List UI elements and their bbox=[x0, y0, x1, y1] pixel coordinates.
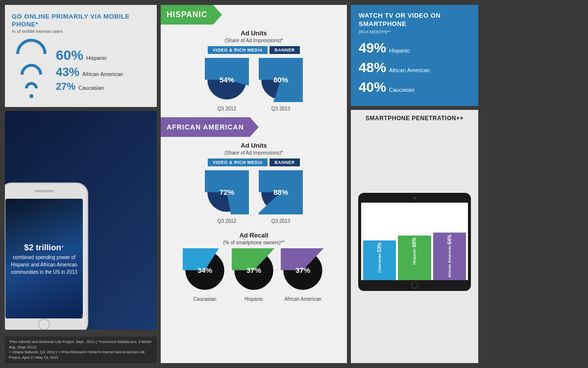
go-online-title: GO ONLINE PRIMARILY VIA MOBILE PHONE* bbox=[12, 13, 150, 28]
svg-text:72%: 72% bbox=[220, 188, 234, 196]
smartphone-pen-box: SMARTPHONE PENETRATION++ 53% Caucasian bbox=[351, 110, 478, 363]
recall-pie-caucasian: 34% Caucasian bbox=[183, 248, 227, 302]
main-container: GO ONLINE PRIMARILY VIA MOBILE PHONE* % … bbox=[0, 0, 588, 368]
recall-pie-hispanic: 37% Hispanic bbox=[232, 248, 276, 302]
stat-row-african: 43% African American bbox=[56, 65, 123, 79]
bar-hispanic: 60% Hispanic bbox=[398, 206, 431, 280]
african-pie-2012: 72% Q3 2012 bbox=[205, 170, 249, 224]
svg-text:88%: 88% bbox=[273, 188, 288, 196]
african-pie-2013-label: Q3 2013 bbox=[271, 218, 290, 224]
tablet-wrapper: 53% Caucasian 60% Hispanic bbox=[356, 126, 473, 358]
svg-text:37%: 37% bbox=[295, 266, 310, 274]
tv-label-hispanic: Hispanic bbox=[389, 48, 410, 53]
go-online-subtitle: % of mobile internet users bbox=[12, 29, 150, 34]
hispanic-ad-units-title: Ad Units bbox=[166, 29, 342, 37]
african-section: Ad Units (Share of Ad Impressions)* VIDE… bbox=[161, 137, 347, 229]
hispanic-pie-2013: 80% Q3 2013 bbox=[259, 58, 303, 111]
watch-tv-box: WATCH TV OR VIDEO ON SMARTPHONE (IN A MO… bbox=[351, 5, 478, 106]
bar-african-name: African American bbox=[447, 245, 452, 278]
hispanic-pie-2013-svg: 80% bbox=[259, 58, 303, 102]
caucasian-pct: 27% bbox=[56, 81, 75, 92]
watch-tv-sub: (IN A MONTH)** bbox=[359, 29, 470, 34]
recall-pie-hispanic-svg: 37% bbox=[232, 248, 276, 292]
recall-pie-african-svg: 37% bbox=[281, 248, 325, 292]
footnotes-left: *Pew Internet and American Life Project,… bbox=[5, 337, 157, 363]
hispanic-ad-units-subtitle: (Share of Ad Impressions)* bbox=[166, 38, 342, 43]
hispanic-pct: 60% bbox=[56, 48, 83, 63]
hispanic-tag: HISPANIC bbox=[167, 10, 207, 19]
tv-label-african: African American bbox=[389, 67, 430, 73]
bar-african-pct: 64% bbox=[447, 235, 452, 244]
legend-banner-african: BANNER bbox=[270, 158, 300, 166]
caucasian-label: Caucasian bbox=[78, 85, 104, 91]
right-panel: WATCH TV OR VIDEO ON SMARTPHONE (IN A MO… bbox=[351, 5, 478, 363]
watch-tv-title: WATCH TV OR VIDEO ON SMARTPHONE bbox=[359, 12, 470, 28]
phone-spending-box: $2 trillion+ combined spending power of … bbox=[5, 111, 157, 330]
tablet-shape: 53% Caucasian 60% Hispanic bbox=[358, 193, 471, 291]
tablet-camera bbox=[413, 197, 416, 200]
hispanic-pie-2012-svg: 54% bbox=[205, 58, 249, 102]
hispanic-section: Ad Units (Share of Ad Impressions)* VIDE… bbox=[161, 25, 347, 116]
tv-stat-hispanic: 49% Hispanic bbox=[359, 40, 470, 56]
hispanic-legend: VIDEO & RICH MEDIA BANNER bbox=[166, 46, 342, 54]
african-legend: VIDEO & RICH MEDIA BANNER bbox=[166, 158, 342, 166]
african-label: African American bbox=[82, 71, 123, 77]
hispanic-pie-2013-label: Q3 2013 bbox=[271, 106, 290, 111]
tv-pct-caucasian: 40% bbox=[359, 79, 386, 95]
wifi-stats: 60% Hispanic 43% African American 27% Ca… bbox=[12, 39, 150, 101]
phone-button bbox=[38, 318, 50, 330]
selig-credit: Selig Center for Economic Growth bbox=[81, 315, 85, 330]
legend-video-hispanic: VIDEO & RICH MEDIA bbox=[208, 46, 268, 54]
tv-stat-caucasian: 40% Caucasian bbox=[359, 79, 470, 95]
african-ad-units-subtitle: (Share of Ad Impressions)* bbox=[166, 150, 342, 156]
wifi-icon bbox=[12, 39, 51, 101]
svg-text:54%: 54% bbox=[220, 76, 234, 84]
tablet-screen: 53% Caucasian 60% Hispanic bbox=[361, 203, 468, 280]
bar-caucasian: 53% Caucasian bbox=[363, 206, 396, 280]
spending-amount: $2 trillion bbox=[24, 243, 61, 252]
stat-rows: 60% Hispanic 43% African American 27% Ca… bbox=[56, 48, 123, 92]
footnote-1: *Pew Internet and American Life Project,… bbox=[9, 340, 153, 350]
legend-banner-hispanic: BANNER bbox=[270, 46, 300, 54]
bar-caucasian-name: Caucasian bbox=[377, 253, 382, 273]
phone-shape: $2 trillion+ combined spending power of … bbox=[5, 183, 88, 330]
african-pie-2012-label: Q3 2012 bbox=[218, 218, 236, 224]
phone-speaker bbox=[34, 190, 54, 192]
recall-pie-caucasian-svg: 34% bbox=[183, 248, 227, 292]
go-online-box: GO ONLINE PRIMARILY VIA MOBILE PHONE* % … bbox=[5, 5, 157, 107]
legend-video-african: VIDEO & RICH MEDIA bbox=[208, 158, 268, 166]
tablet-button bbox=[411, 282, 418, 289]
hispanic-pie-2012-label: Q3 2012 bbox=[218, 106, 236, 111]
bar-hispanic-name: Hispanic bbox=[412, 248, 416, 264]
ad-recall-subtitle: (% of smartphone owners)** bbox=[166, 240, 342, 245]
african-pie-2013-svg: 88% bbox=[259, 170, 303, 214]
left-panel: GO ONLINE PRIMARILY VIA MOBILE PHONE* % … bbox=[5, 5, 157, 363]
tv-pct-hispanic: 49% bbox=[359, 40, 386, 56]
bar-caucasian-fill: 53% Caucasian bbox=[363, 240, 396, 280]
african-pies: 72% Q3 2012 88% Q3 2013 bbox=[166, 170, 342, 224]
african-arrow bbox=[250, 117, 259, 137]
spending-sup: + bbox=[61, 243, 64, 249]
recall-label-hispanic: Hispanic bbox=[245, 296, 263, 302]
stat-row-caucasian: 27% Caucasian bbox=[56, 81, 123, 92]
spending-text: combined spending power of Hispanic and … bbox=[11, 255, 77, 275]
smartphone-pen-title: SMARTPHONE PENETRATION++ bbox=[356, 115, 473, 122]
phone-screen: $2 trillion+ combined spending power of … bbox=[5, 199, 83, 318]
african-pct: 43% bbox=[56, 65, 79, 79]
bar-hispanic-fill: 60% Hispanic bbox=[398, 236, 431, 280]
tv-pct-african: 48% bbox=[359, 60, 386, 76]
ad-recall-title: Ad Recall bbox=[166, 232, 342, 239]
recall-pie-african: 37% African American bbox=[281, 248, 325, 302]
stat-row-hispanic: 60% Hispanic bbox=[56, 48, 123, 63]
tv-label-caucasian: Caucasian bbox=[389, 87, 415, 93]
bar-hispanic-pct: 60% bbox=[412, 237, 417, 247]
african-pie-2013: 88% Q3 2013 bbox=[259, 170, 303, 224]
recall-label-caucasian: Caucasian bbox=[193, 296, 216, 302]
hispanic-label: Hispanic bbox=[86, 55, 107, 61]
wifi-arcs bbox=[12, 39, 51, 101]
middle-panel: HISPANIC Ad Units (Share of Ad Impressio… bbox=[161, 5, 347, 363]
bar-african: 64% African American bbox=[433, 206, 466, 280]
african-tag: AFRICAN AMERICAN bbox=[167, 123, 244, 131]
recall-label-african: African American bbox=[284, 296, 321, 302]
footnote-2: + Vdopia Network, Q3, 2013 | ++Pew Resea… bbox=[9, 350, 153, 360]
